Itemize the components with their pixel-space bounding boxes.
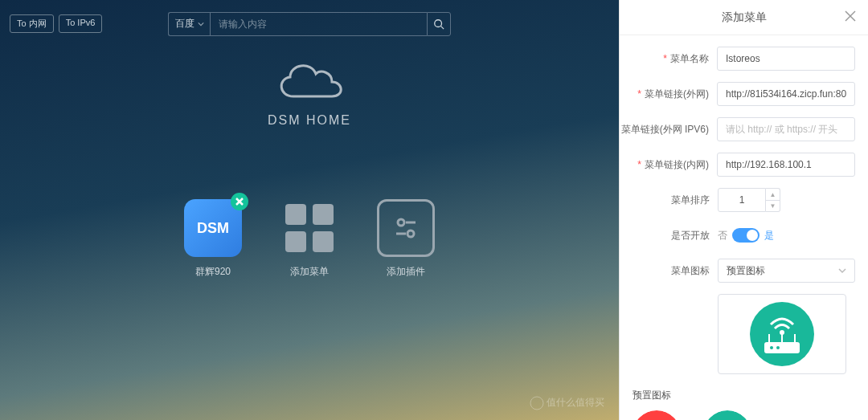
field-label-name: 菜单名称 [620,47,717,71]
watermark: 值什么值得买 [530,396,604,410]
add-menu-panel: 添加菜单 菜单名称 菜单链接(外网) 菜单链接(外网 IPV6) 菜单链接(内网… [619,0,868,420]
tile-add-menu[interactable]: 添加菜单 [280,199,338,279]
search-bar: 百度 [168,12,451,36]
field-label-sort: 菜单排序 [620,188,718,212]
main-desktop: To 内网 To IPv6 百度 DSM HOME DSM [0,0,619,420]
field-label-link-int: 菜单链接(内网) [620,153,717,177]
svg-point-0 [435,19,442,27]
top-bar: To 内网 To IPv6 百度 [0,14,619,33]
svg-point-8 [530,397,543,410]
svg-rect-19 [633,410,681,420]
chevron-down-icon [838,267,846,275]
router-icon [750,302,814,366]
selected-icon-preview [718,294,846,374]
preset-icon-section-label: 预置图标 [633,389,855,402]
search-engine-select[interactable]: 百度 [168,12,210,36]
tile-label: 添加插件 [377,265,435,279]
menu-link-ext-input[interactable] [717,82,855,106]
tile-label: 添加菜单 [280,265,338,279]
to-ipv6-button[interactable]: To IPv6 [59,14,103,33]
switch-no-label: 否 [718,229,727,243]
search-button[interactable] [427,12,451,36]
panel-title: 添加菜单 [722,10,767,25]
tile-label: 群辉920 [184,265,242,279]
preset-icon-router[interactable] [703,410,751,420]
cloud-icon [269,56,350,108]
close-icon [844,10,857,22]
search-engine-label: 百度 [175,17,194,31]
preset-icon-music[interactable] [633,410,681,420]
menu-sort-input[interactable] [718,188,766,212]
menu-link-int-input[interactable] [717,153,855,177]
search-input[interactable] [210,12,427,36]
add-menu-icon [280,199,338,257]
close-icon [235,198,244,206]
svg-point-20 [703,410,751,420]
tile-row: DSM 群辉920 添加菜单 添加插件 [184,199,435,279]
svg-point-18 [776,346,780,349]
open-switch[interactable] [732,228,760,243]
field-label-open: 是否开放 [620,223,718,247]
svg-point-4 [398,219,404,226]
preset-icon-list [633,410,855,420]
menu-name-input[interactable] [717,47,855,71]
field-label-link-ext6: 菜单链接(外网 IPV6) [620,117,717,141]
panel-body: 菜单名称 菜单链接(外网) 菜单链接(外网 IPV6) 菜单链接(内网) 菜单排… [620,35,868,420]
panel-header: 添加菜单 [620,0,868,35]
icon-select-value: 预置图标 [727,264,765,278]
add-plugin-icon [377,199,435,257]
svg-rect-16 [764,342,800,353]
tile-dsm[interactable]: DSM 群辉920 [184,199,242,279]
sort-step-down[interactable]: ▼ [766,200,780,212]
panel-close-button[interactable] [844,10,857,26]
field-label-icon: 菜单图标 [620,259,718,283]
to-intranet-button[interactable]: To 内网 [10,14,54,33]
switch-yes-label: 是 [764,229,774,243]
svg-point-17 [770,346,773,349]
svg-line-1 [441,26,444,29]
site-logo: DSM HOME [268,56,351,128]
chevron-down-icon [198,21,204,27]
sort-step-up[interactable]: ▲ [766,188,780,200]
search-icon [433,18,444,30]
svg-point-6 [407,230,414,237]
dsm-app-icon: DSM [184,199,242,257]
field-label-link-ext: 菜单链接(外网) [620,82,717,106]
site-title: DSM HOME [268,113,351,128]
close-badge-button[interactable] [231,193,248,210]
tile-add-plugin[interactable]: 添加插件 [377,199,435,279]
icon-type-select[interactable]: 预置图标 [718,259,855,283]
menu-link-ext6-input[interactable] [717,117,855,141]
